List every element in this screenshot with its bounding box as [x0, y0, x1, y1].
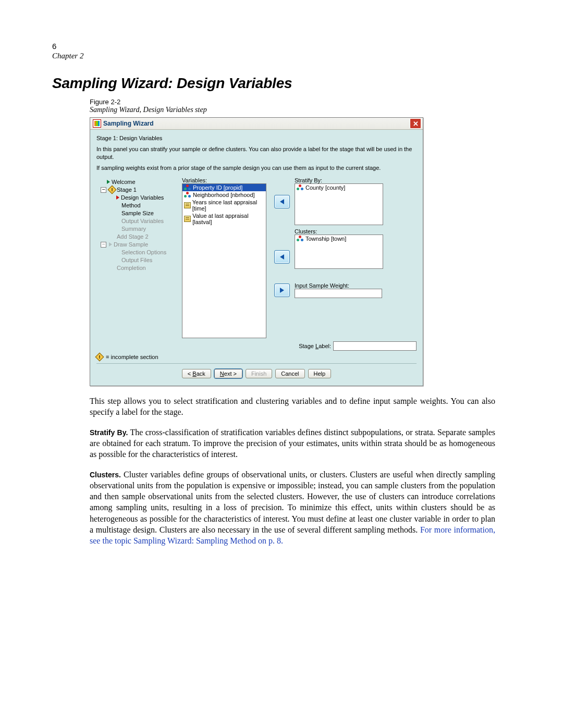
back-button[interactable]: < Back: [182, 369, 211, 378]
list-item[interactable]: County [county]: [295, 184, 383, 191]
body-paragraph-clusters: Clusters. Cluster variables define group…: [90, 469, 495, 546]
tree-summary: Summary: [99, 225, 180, 233]
current-step-icon: [116, 195, 119, 200]
nominal-icon: [184, 185, 191, 190]
list-item-label: Property ID [propid]: [193, 184, 242, 191]
step-complete-icon: [107, 180, 110, 184]
step-pending-icon: [109, 242, 112, 246]
figure-label: Figure 2-2: [90, 98, 495, 106]
list-item[interactable]: Neighborhood [nbrhood]: [182, 191, 266, 199]
nominal-icon: [297, 236, 304, 241]
tree-completion: Completion: [99, 264, 180, 272]
intro-text-1: In this panel you can stratify your samp…: [96, 145, 417, 161]
dialog-title: Sampling Wizard: [103, 120, 154, 127]
help-button[interactable]: Help: [308, 369, 332, 378]
tree-draw-sample[interactable]: − Draw Sample: [99, 241, 180, 249]
tree-sample-size[interactable]: Sample Size: [99, 209, 180, 217]
input-sample-weight-field[interactable]: [295, 289, 382, 298]
stage-label-label: Stage Label:: [299, 343, 331, 349]
next-button[interactable]: Next >: [214, 369, 242, 378]
list-item-label: Value at last appraisal [lastval]: [192, 213, 264, 225]
clusters-heading: Clusters.: [90, 471, 121, 479]
tree-method[interactable]: Method: [99, 202, 180, 209]
app-icon: [93, 119, 101, 128]
close-button[interactable]: ✕: [410, 118, 421, 129]
arrow-right-icon: [280, 288, 284, 293]
variables-label: Variables:: [182, 177, 270, 183]
variables-listbox[interactable]: Property ID [propid] Neighborhood [nbrho…: [182, 183, 266, 338]
tree-collapse-icon[interactable]: −: [101, 187, 106, 193]
clusters-label: Clusters:: [295, 228, 385, 235]
list-item-label: Township [town]: [305, 236, 346, 242]
tree-selection-options: Selection Options: [99, 249, 180, 256]
move-to-stratify-button[interactable]: [274, 195, 290, 208]
list-item-label: Years since last appraisal [time]: [192, 199, 264, 212]
list-item[interactable]: Property ID [propid]: [182, 184, 266, 191]
titlebar: Sampling Wizard ✕: [90, 118, 423, 130]
stage-heading: Stage 1: Design Variables: [96, 135, 417, 141]
scale-icon: [184, 216, 191, 222]
tree-collapse-icon[interactable]: −: [101, 242, 106, 248]
page-title: Sampling Wizard: Design Variables: [52, 75, 495, 92]
incomplete-icon: !: [95, 352, 104, 361]
incomplete-icon: !: [108, 186, 117, 194]
scale-icon: [184, 202, 191, 208]
tree-add-stage2: Add Stage 2: [99, 233, 180, 241]
tree-output-variables: Output Variables: [99, 217, 180, 225]
page-number: 6: [52, 42, 495, 51]
body-paragraph-stratify: Stratify By. The cross-classification of…: [90, 427, 495, 460]
arrow-left-icon: [280, 254, 284, 260]
tree-stage1[interactable]: − ! Stage 1: [99, 186, 180, 194]
list-item-label: Neighborhood [nbrhood]: [193, 192, 255, 198]
input-weight-label: Input Sample Weight:: [295, 282, 385, 289]
body-paragraph-1: This step allows you to select stratific…: [90, 396, 495, 417]
tree-welcome[interactable]: Welcome: [99, 178, 180, 186]
move-to-clusters-button[interactable]: [274, 250, 290, 264]
finish-button: Finish: [246, 369, 272, 378]
sampling-wizard-dialog: Sampling Wizard ✕ Stage 1: Design Variab…: [90, 117, 423, 386]
clusters-listbox[interactable]: Township [town]: [295, 235, 383, 269]
list-item[interactable]: Township [town]: [295, 235, 383, 242]
arrow-left-icon: [280, 199, 284, 204]
intro-text-2: If sampling weights exist from a prior s…: [96, 164, 417, 172]
figure-caption: Sampling Wizard, Design Variables step: [90, 106, 495, 114]
tree-design-variables[interactable]: Design Variables: [99, 194, 180, 202]
nominal-icon: [297, 185, 304, 190]
tree-output-files: Output Files: [99, 256, 180, 264]
cancel-button[interactable]: Cancel: [275, 369, 304, 378]
list-item-label: County [county]: [305, 184, 345, 191]
stratify-by-heading: Stratify By.: [90, 428, 128, 437]
list-item[interactable]: Value at last appraisal [lastval]: [182, 212, 266, 226]
list-item[interactable]: Years since last appraisal [time]: [182, 199, 266, 212]
move-to-weight-button[interactable]: [274, 283, 290, 297]
chapter-label: Chapter 2: [52, 52, 495, 60]
wizard-nav-tree: Welcome − ! Stage 1: [96, 177, 180, 338]
stratify-by-label: Stratify By:: [295, 177, 385, 183]
nominal-icon: [184, 192, 191, 198]
incomplete-legend: = incomplete section: [106, 354, 158, 360]
stage-label-input[interactable]: [333, 341, 417, 351]
stratify-listbox[interactable]: County [county]: [295, 183, 383, 225]
